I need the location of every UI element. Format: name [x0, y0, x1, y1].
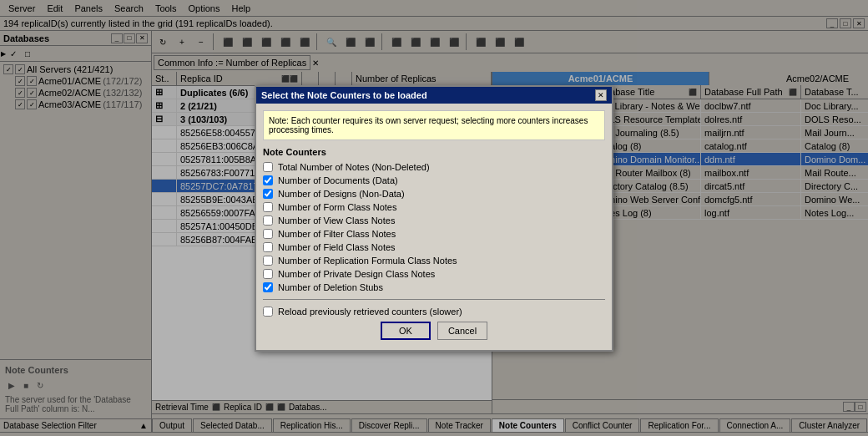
modal-checkbox-9[interactable] — [263, 282, 273, 292]
modal-option-4[interactable]: Number of View Class Notes — [263, 214, 605, 227]
modal-label-2: Number of Designs (Non-Data) — [278, 189, 405, 199]
modal-option-3[interactable]: Number of Form Class Notes — [263, 200, 605, 214]
modal-separator — [263, 299, 605, 300]
modal-option-1[interactable]: Number of Documents (Data) — [263, 174, 605, 187]
modal-label-7: Number of Replication Formula Class Note… — [278, 256, 457, 266]
modal-checkbox-7[interactable] — [263, 256, 273, 266]
modal-label-8: Number of Private Design Class Notes — [278, 269, 435, 279]
modal-checkbox-8[interactable] — [263, 269, 273, 279]
modal-option-0[interactable]: Total Number of Notes (Non-Deleted) — [263, 160, 605, 174]
modal-option-2[interactable]: Number of Designs (Non-Data) — [263, 187, 605, 200]
modal-option-5[interactable]: Number of Filter Class Notes — [263, 227, 605, 241]
modal-label-4: Number of View Class Notes — [278, 215, 395, 226]
modal-checkbox-5[interactable] — [263, 229, 273, 239]
modal-checkbox-4[interactable] — [263, 215, 273, 226]
modal-label-9: Number of Deletion Stubs — [278, 282, 383, 292]
modal-section-title: Note Counters — [263, 147, 605, 157]
modal-body: Note: Each counter requires its own serv… — [256, 104, 612, 350]
modal-cancel-button[interactable]: Cancel — [437, 322, 487, 340]
modal-close-button[interactable]: ✕ — [595, 89, 607, 101]
modal-checkbox-1[interactable] — [263, 175, 273, 185]
modal-checkbox-2[interactable] — [263, 189, 273, 199]
modal-titlebar: Select the Note Counters to be loaded ✕ — [256, 87, 612, 104]
modal-label-6: Number of Field Class Notes — [278, 242, 396, 252]
modal-option-7[interactable]: Number of Replication Formula Class Note… — [263, 254, 605, 267]
modal-option-8[interactable]: Number of Private Design Class Notes — [263, 267, 605, 281]
modal-overlay: Select the Note Counters to be loaded ✕ … — [0, 0, 868, 436]
modal-option-6[interactable]: Number of Field Class Notes — [263, 241, 605, 254]
modal-title: Select the Note Counters to be loaded — [261, 90, 427, 100]
modal-checkbox-3[interactable] — [263, 202, 273, 212]
modal-reload-option[interactable]: Reload previously retrieved counters (sl… — [263, 305, 605, 318]
modal-checkbox-0[interactable] — [263, 162, 273, 172]
modal-checkbox-6[interactable] — [263, 242, 273, 252]
modal-footer: OK Cancel — [263, 318, 605, 343]
modal-label-3: Number of Form Class Notes — [278, 202, 396, 212]
modal-ok-button[interactable]: OK — [381, 322, 431, 340]
modal-dialog: Select the Note Counters to be loaded ✕ … — [255, 85, 613, 352]
modal-note: Note: Each counter requires its own serv… — [263, 110, 605, 140]
modal-option-9[interactable]: Number of Deletion Stubs — [263, 281, 605, 294]
modal-reload-checkbox[interactable] — [263, 307, 273, 317]
modal-reload-label: Reload previously retrieved counters (sl… — [278, 307, 462, 317]
modal-label-0: Total Number of Notes (Non-Deleted) — [278, 162, 430, 172]
modal-label-1: Number of Documents (Data) — [278, 175, 398, 185]
modal-label-5: Number of Filter Class Notes — [278, 229, 396, 239]
